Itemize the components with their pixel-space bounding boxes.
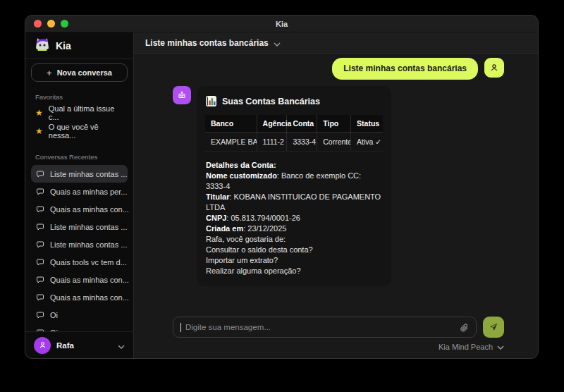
table-header-cell: Tipo <box>317 115 351 133</box>
detail-line: Detalhes da Conta: <box>206 160 382 171</box>
chevron-down-icon <box>274 37 281 49</box>
user-message-row: Liste minhas contas bancárias <box>173 58 504 80</box>
page-title: Liste minhas contas bancárias <box>145 38 269 48</box>
paper-plane-icon <box>489 322 498 332</box>
favorite-item[interactable]: ★ O que você vê nessa... <box>25 122 133 140</box>
card-title-row: Suas Contas Bancárias <box>205 94 383 106</box>
chat-bubble-icon <box>36 170 44 178</box>
conversation-label: Oi <box>50 311 58 319</box>
recents-label: Conversas Recentes <box>35 153 133 161</box>
paperclip-icon[interactable] <box>460 323 469 332</box>
table-header-cell: Agência <box>257 115 287 133</box>
app-window: Kia Kia + <box>25 16 538 358</box>
conversation-label: Quais as minhas con... <box>50 276 129 284</box>
composer <box>134 310 538 338</box>
star-icon: ★ <box>35 109 43 117</box>
conversation-list: Liste minhas contas ... Quais as minhas … <box>25 165 133 331</box>
table-row: EXAMPLE BANK 1111-2 3333-4 Corrente Ativ… <box>205 133 383 152</box>
app-name: Kia <box>56 40 71 51</box>
app-mascot-icon <box>34 36 51 56</box>
sidebar-header: Kia <box>25 32 133 59</box>
chat-bubble-icon <box>36 240 44 249</box>
message-input[interactable] <box>185 323 455 331</box>
chevron-down-icon <box>118 339 125 352</box>
assistant-avatar <box>173 86 191 104</box>
accounts-table: Banco Agência Conta Tipo Status EXAMPLE … <box>205 115 383 152</box>
main-panel: Liste minhas contas bancárias Liste minh… <box>134 32 538 358</box>
text-caret <box>180 323 181 332</box>
model-label: Kia Mind Peach <box>439 343 493 351</box>
detail-line: Criada em: 23/12/2025 <box>206 223 382 234</box>
conversation-item[interactable]: Quais as minhas con... <box>31 200 128 218</box>
table-header-cell: Banco <box>205 115 257 133</box>
detail-line: Titular: KOBANA INSTITUICAO DE PAGAMENTO… <box>206 192 382 213</box>
sidebar: Kia + Nova conversa Favoritas ★ Qual a ú… <box>25 32 134 358</box>
account-details: Detalhes da Conta: Nome customizado: Ban… <box>206 160 382 276</box>
table-header-row: Banco Agência Conta Tipo Status <box>205 115 383 133</box>
plus-icon: + <box>47 68 52 78</box>
chat-bubble-icon <box>36 205 44 214</box>
send-button[interactable] <box>483 317 504 338</box>
table-cell: 1111-2 <box>257 133 287 152</box>
assistant-message-row: Suas Contas Bancárias Banco Agência Cont… <box>173 86 504 286</box>
detail-line: CNPJ: 05.813.794/0001-26 <box>206 213 382 223</box>
new-conversation-label: Nova conversa <box>57 68 112 77</box>
chat-bubble-icon <box>36 276 44 284</box>
conversation-label: Quais as minhas con... <box>50 205 129 214</box>
robot-icon <box>177 90 187 100</box>
chat-bubble-icon <box>36 311 44 319</box>
chat-bubble-icon <box>36 223 44 231</box>
table-cell: 3333-4 <box>287 133 317 152</box>
titlebar: Kia <box>25 16 538 32</box>
detail-line: Consultar o saldo desta conta? <box>206 245 382 255</box>
bar-chart-icon <box>206 96 216 106</box>
chat-bubble-icon <box>36 258 44 267</box>
card-title: Suas Contas Bancárias <box>222 97 320 106</box>
chat-bubble-icon <box>36 188 44 196</box>
conversation-item[interactable]: Liste minhas contas ... <box>31 218 128 235</box>
table-header-cell: Status <box>351 115 383 133</box>
conversation-item[interactable]: Quais as minhas per... <box>31 183 128 200</box>
conversation-label: Quais as minhas per... <box>50 188 127 196</box>
model-selector[interactable]: Kia Mind Peach <box>134 338 538 358</box>
favorite-label: O que você vê nessa... <box>49 123 123 140</box>
conversation-item[interactable]: Quais as minhas con... <box>31 288 128 306</box>
person-icon <box>38 341 47 350</box>
conversation-label: Liste minhas contas ... <box>50 170 127 178</box>
conversation-item[interactable]: Oi <box>31 324 128 331</box>
favorite-label: Qual a última issue c... <box>49 104 123 121</box>
conversation-title-dropdown[interactable]: Liste minhas contas bancárias <box>134 32 538 54</box>
conversation-item[interactable]: Quais tools vc tem d... <box>31 253 128 271</box>
detail-line: Nome customizado: Banco de exemplo CC: 3… <box>206 171 382 192</box>
table-cell: Ativa ✓ <box>351 133 383 152</box>
star-icon: ★ <box>35 127 43 135</box>
user-menu[interactable]: Rafa <box>25 331 133 358</box>
conversation-item[interactable]: Liste minhas contas ... <box>31 165 128 183</box>
conversation-label: Liste minhas contas ... <box>50 223 127 231</box>
user-avatar-badge <box>484 58 504 78</box>
chat-bubble-icon <box>36 293 44 302</box>
message-input-wrap[interactable] <box>173 317 477 338</box>
bank-accounts-card: Suas Contas Bancárias Banco Agência Cont… <box>197 86 391 286</box>
chevron-down-icon <box>497 343 504 351</box>
user-avatar <box>34 337 51 354</box>
user-message-bubble: Liste minhas contas bancárias <box>332 58 478 80</box>
table-cell: EXAMPLE BANK <box>205 133 257 152</box>
favorites-label: Favoritas <box>35 93 133 101</box>
conversation-item[interactable]: Liste minhas contas ... <box>31 235 128 253</box>
conversation-item[interactable]: Quais as minhas con... <box>31 271 128 288</box>
table-cell: Corrente <box>317 133 351 152</box>
conversation-item[interactable]: Oi <box>31 306 128 324</box>
detail-line: Realizar alguma operação? <box>206 266 382 276</box>
person-icon <box>489 63 499 73</box>
conversation-label: Quais tools vc tem d... <box>50 258 127 267</box>
message-list: Liste minhas contas bancárias <box>134 54 538 310</box>
detail-line: Importar um extrato? <box>206 255 382 266</box>
detail-line: Rafa, você gostaria de: <box>206 234 382 245</box>
favorite-item[interactable]: ★ Qual a última issue c... <box>25 104 133 122</box>
new-conversation-button[interactable]: + Nova conversa <box>31 63 128 82</box>
user-name: Rafa <box>56 341 74 350</box>
conversation-label: Liste minhas contas ... <box>50 240 127 249</box>
conversation-label: Quais as minhas con... <box>50 293 129 302</box>
window-title: Kia <box>25 20 538 28</box>
